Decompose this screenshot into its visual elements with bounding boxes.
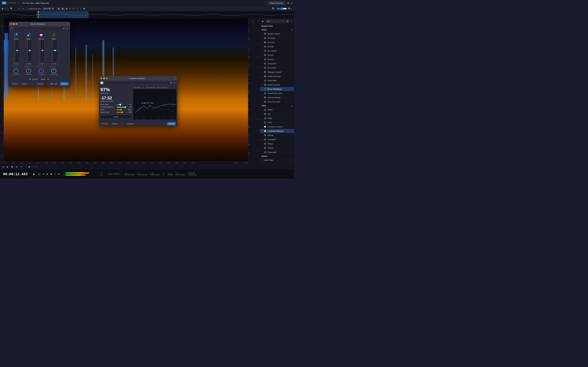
rp-menu-btn[interactable]: ≡ [290,20,293,23]
toolbar-icon-1[interactable]: ▦ [57,7,61,10]
vocal-sensitivity-knob[interactable] [14,68,18,73]
tab-close-icon[interactable]: × [21,2,22,4]
mr-preview-btn[interactable]: Preview [10,82,19,85]
quality-select[interactable]: Good Draft Better Best [39,77,50,81]
bass-mute-btn[interactable]: M [24,65,27,68]
music-rebalance-preset-select[interactable] [14,27,65,30]
plugin-dialogue-isolate[interactable]: 🎙 Dialogue Isolate [260,70,294,74]
utility-collapse-icon[interactable]: ▲ [291,105,293,107]
lo-preview-btn[interactable]: Preview [100,122,110,125]
plugin-fade[interactable]: ⬡ Fade [260,116,294,120]
speed-slider[interactable] [117,112,125,113]
other-mute-btn[interactable]: M [50,65,52,68]
plugin-interpolate[interactable]: ⋯ Interpolate [260,78,294,83]
zoom-in-btn[interactable]: 🔍+ [287,7,293,10]
repair-collapse-icon[interactable]: ▲ [291,29,293,31]
transport-loop-btn[interactable]: ↺ [20,165,23,168]
toolbar-icon-6[interactable]: ⬡ [76,7,79,10]
transport-play-btn[interactable]: ▶ [6,165,9,168]
bass-solo-btn[interactable]: S [27,65,30,68]
zoom-slider[interactable] [277,7,287,10]
transport-prev-btn[interactable]: ⏮ [1,165,5,168]
plugin-de-crackle[interactable]: 〰 De-crackle [260,49,294,53]
plugin-loudness-optimize[interactable]: 📈 Loudness Optimize [260,129,294,133]
mr-render-btn[interactable]: Render [60,82,69,85]
lo-help-icon[interactable]: ? [175,77,176,80]
transport-next-btn[interactable]: ⏭ [15,165,18,168]
status-loop-btn[interactable]: ↺ [54,172,57,175]
lo-menu-btn[interactable]: ≡ [173,81,176,84]
lo-preset-select[interactable] [104,81,172,84]
mr-stem-split-btn[interactable]: Stem split [49,82,59,85]
rp-filter-select[interactable]: All [265,19,289,23]
other-solo-btn[interactable]: S [53,65,55,68]
music-rebalance-menu-btn[interactable]: ≡ [66,27,69,30]
menu-icon[interactable]: ≡ [291,1,292,5]
status-ffwd-btn[interactable]: ⏭ [57,172,61,175]
toolbar-undo-btn[interactable]: ↩ [17,7,20,10]
toolbar-icon-8[interactable]: ⚡ [82,7,86,10]
toolbar-icon-4[interactable]: ✏ [69,7,72,10]
plugin-dither[interactable]: ⬚ Dither [260,108,294,112]
plugin-de-clip[interactable]: ✂ De-clip [260,44,294,49]
status-play-btn[interactable]: ▶ [46,172,49,175]
toolbar-zoom-btn[interactable]: 🔍 [9,7,13,10]
plugin-de-reverb[interactable]: ↩ De-reverb [260,66,294,70]
plugin-resample[interactable]: ↔ Resample [260,150,294,154]
plugin-eq[interactable]: ≋ EQ [260,112,294,116]
history-initial-state[interactable]: Initial State [260,158,294,162]
other-sensitivity-knob[interactable] [51,68,56,73]
music-rebalance-help-icon[interactable]: ? [68,23,69,25]
spectrogram-area[interactable]: 10.0 10.5 11.0 11.5 12.0 12.5 13.0 13.5 … [4,18,248,164]
instant-process-select[interactable]: Attenuate [42,7,54,10]
drums-mute-btn[interactable]: M [37,65,40,68]
plugin-mixing[interactable]: 🎚 Mixing [260,133,294,137]
bass-sensitivity-knob[interactable] [26,68,31,73]
plugin-de-plosive[interactable]: P De-plosive [260,61,294,66]
plugin-gain[interactable]: + Gain [260,120,294,125]
vocal-fader[interactable] [16,41,19,61]
vocal-mute-btn[interactable]: M [12,65,15,68]
module-chain-header[interactable]: Module Chain [260,24,294,28]
toolbar-redo-btn[interactable]: ↪ [21,7,25,10]
toolbar-icon-7[interactable]: ↕ [79,7,82,10]
file-tab[interactable]: × On Your Own - Abby Carey.wav [18,1,51,5]
drums-solo-btn[interactable]: S [40,65,43,68]
repair-section-header[interactable]: Repair ▲ [260,28,294,32]
plugin-mouth-de-click[interactable]: 👄 Mouth De-click [260,83,294,87]
mr-add-btn[interactable]: + [30,82,34,85]
toolbar-icon-5[interactable]: ✂ [72,7,75,10]
toolbar-play-btn[interactable]: ▶ [1,7,4,10]
lo-add-btn[interactable]: + [120,122,124,125]
loudness-chart[interactable]: 11 sec: M = -14.6 -5 -10 -15 -20 -25 10 … [133,89,176,120]
utility-section-header[interactable]: Utility ▲ [260,104,294,108]
drums-sensitivity-knob[interactable] [39,68,43,73]
status-headphones-btn[interactable]: 🎧 [37,172,41,176]
transport-record-btn[interactable]: ⏺ [27,165,31,168]
plugin-spectral-repair[interactable]: 🔧 Spectral Repair [260,95,294,100]
lo-bypass-btn[interactable]: Bypass [111,122,119,125]
plugin-de-hum[interactable]: ♪ De-hum [260,57,294,61]
status-stop-btn[interactable]: ⏹ [50,172,53,175]
other-fader[interactable] [53,41,56,61]
toolbar-select-btn[interactable]: ⬚ [5,7,9,10]
plugin-normalize[interactable]: ▭ Normalize [260,137,294,142]
plugin-de-click[interactable]: ⚡ De-click [260,40,294,44]
mr-compare-btn[interactable]: Compare [35,82,45,85]
settings-icon[interactable]: ⚙ [287,1,289,5]
boost-slider[interactable] [117,104,125,105]
rp-expand-btn[interactable]: ▶ [261,20,264,23]
repair-assistant-button[interactable]: Repair Assistant [268,1,285,5]
plugin-loudness-control[interactable]: 📊 Loudness Control [260,125,294,129]
status-mute-btn[interactable]: 🔈 [32,172,36,176]
plugin-voice-de-noise[interactable]: 🎙 Voice De-noise [260,100,294,104]
learn-btn[interactable]: Learn [100,115,132,119]
plugin-spectral-de-noise[interactable]: 〜 Spectral De-noise [260,91,294,95]
bass-fader[interactable] [28,41,31,61]
history-section-header[interactable]: History [260,154,294,158]
mr-bypass-btn[interactable]: Bypass [20,82,29,85]
toolbar-icon-3[interactable]: ◉ [65,7,68,10]
mini-waveform[interactable] [0,11,294,18]
plugin-phase[interactable]: 〰 Phase [260,142,294,146]
transport-stop-btn[interactable]: ⏹ [10,165,14,168]
